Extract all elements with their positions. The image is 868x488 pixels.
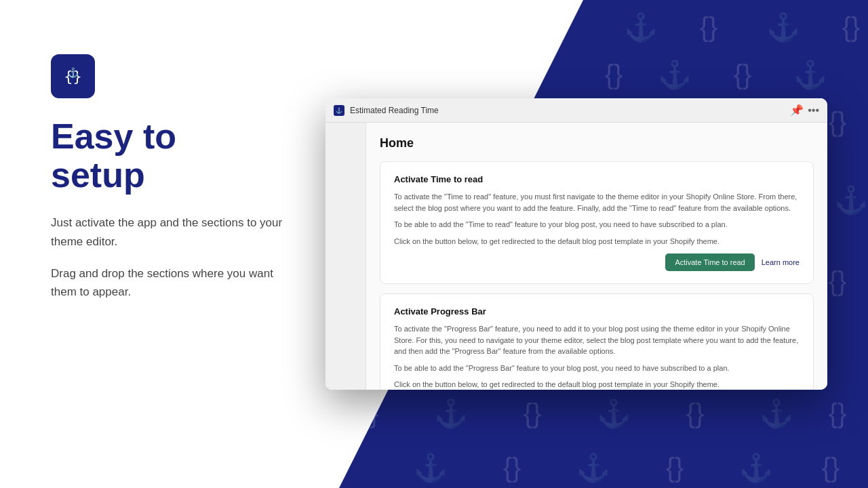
window-controls[interactable]: 📌 ••• [790, 104, 819, 117]
window-main: Home Activate Time to read To activate t… [366, 123, 827, 390]
body-text-2: Drag and drop the sections where you wan… [51, 264, 298, 301]
svg-text:⚓: ⚓ [67, 67, 79, 79]
card-activate-progress-bar: Activate Progress Bar To activate the "P… [380, 293, 814, 390]
app-window: ⚓ Estimated Reading Time 📌 ••• Home Acti… [326, 98, 827, 390]
svg-text:⚓: ⚓ [336, 107, 342, 114]
body-text-1: Just activate the app and the sections t… [51, 214, 298, 250]
logo-svg: {} ⚓ [58, 61, 88, 92]
page-title: Home [380, 136, 814, 150]
window-sidebar [326, 123, 366, 390]
card1-actions: Activate Time to read Learn more [394, 253, 800, 271]
activate-time-to-read-button[interactable]: Activate Time to read [665, 253, 754, 271]
card1-text2: To be able to add the "Time to read" fea… [394, 219, 800, 230]
headline-line1: Easy to [51, 117, 176, 156]
card-activate-time-to-read: Activate Time to read To activate the "T… [380, 161, 814, 284]
card1-learn-more-link[interactable]: Learn more [762, 258, 800, 266]
main-headline: Easy to setup [51, 117, 298, 195]
window-pin-icon[interactable]: 📌 [790, 104, 804, 117]
window-tab-title: Estimated Reading Time [350, 106, 785, 115]
window-titlebar: ⚓ Estimated Reading Time 📌 ••• [326, 98, 827, 123]
window-favicon: ⚓ [334, 105, 344, 116]
favicon-svg: ⚓ [336, 107, 342, 114]
card2-title: Activate Progress Bar [394, 306, 800, 317]
headline-line2: setup [51, 155, 145, 195]
card1-text1: To activate the "Time to read" feature, … [394, 191, 800, 214]
card2-text3: Click on the button below, to get redire… [394, 379, 800, 390]
window-content: Home Activate Time to read To activate t… [326, 123, 827, 390]
card1-title: Activate Time to read [394, 174, 800, 184]
window-menu-icon[interactable]: ••• [808, 104, 819, 117]
left-panel: {} ⚓ Easy to setup Just activate the app… [0, 0, 326, 488]
card1-text3: Click on the button below, to get redire… [394, 236, 800, 247]
card2-text2: To be able to add the "Progress Bar" fea… [394, 363, 800, 374]
app-logo: {} ⚓ [51, 54, 95, 98]
card2-text1: To activate the "Progress Bar" feature, … [394, 323, 800, 357]
